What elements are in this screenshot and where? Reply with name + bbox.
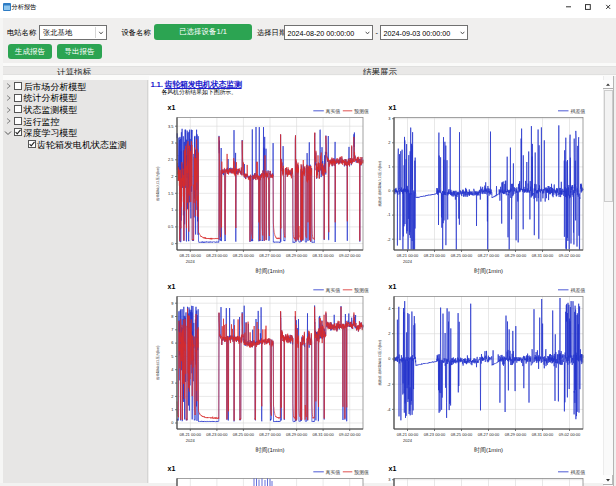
svg-text:08-25 00:00: 08-25 00:00: [233, 432, 255, 437]
svg-text:时间(1min): 时间(1min): [255, 268, 284, 275]
svg-text:08-23 00:00: 08-23 00:00: [206, 432, 228, 437]
svg-text:预测值: 预测值: [354, 108, 369, 115]
svg-text:2024: 2024: [403, 438, 413, 443]
svg-text:08-29 00:00: 08-29 00:00: [505, 253, 527, 258]
svg-text:09-02 00:00: 09-02 00:00: [559, 432, 581, 437]
svg-text:9: 9: [171, 301, 173, 306]
svg-text:4: 4: [171, 367, 174, 372]
svg-text:1.5: 1.5: [168, 191, 173, 196]
svg-text:08-21 00:00: 08-21 00:00: [397, 253, 419, 258]
svg-text:x1: x1: [168, 104, 176, 111]
svg-text:08-25 00:00: 08-25 00:00: [451, 253, 473, 258]
svg-text:2: 2: [171, 394, 173, 399]
svg-text:5: 5: [171, 354, 173, 359]
svg-text:2: 2: [171, 174, 173, 179]
svg-text:-4: -4: [387, 407, 391, 412]
svg-text:x1: x1: [168, 465, 176, 472]
svg-text:08-25 00:00: 08-25 00:00: [451, 432, 473, 437]
svg-text:时间(1min): 时间(1min): [474, 268, 503, 275]
svg-text:09-02 00:00: 09-02 00:00: [339, 432, 361, 437]
svg-text:3: 3: [388, 116, 390, 121]
svg-text:08-27 00:00: 08-27 00:00: [478, 432, 500, 437]
svg-text:1: 1: [388, 164, 390, 169]
svg-text:08-25 00:00: 08-25 00:00: [233, 253, 255, 258]
svg-text:残差值: 残差值: [571, 108, 586, 114]
svg-text:08-31 00:00: 08-31 00:00: [532, 253, 554, 258]
svg-text:0.5: 0.5: [168, 224, 173, 229]
svg-text:时间(1min): 时间(1min): [255, 447, 284, 454]
svg-text:2.5: 2.5: [168, 157, 173, 162]
svg-text:预测值: 预测值: [354, 469, 369, 476]
svg-text:3: 3: [171, 380, 173, 385]
svg-text:09-02 00:00: 09-02 00:00: [339, 253, 361, 258]
svg-text:真实值: 真实值: [326, 108, 341, 114]
svg-text:时间(1min): 时间(1min): [474, 447, 503, 454]
svg-text:08-21 00:00: 08-21 00:00: [180, 253, 202, 258]
svg-text:2024: 2024: [186, 438, 196, 443]
svg-text:08-27 00:00: 08-27 00:00: [259, 253, 281, 258]
svg-text:08-21 00:00: 08-21 00:00: [397, 432, 419, 437]
svg-text:2024: 2024: [186, 259, 196, 264]
svg-text:残差值-齿轮箱输出口压力(bar): 残差值-齿轮箱输出口压力(bar): [378, 340, 383, 386]
svg-text:08-31 00:00: 08-31 00:00: [532, 432, 554, 437]
svg-text:08-31 00:00: 08-31 00:00: [312, 253, 334, 258]
svg-text:x1: x1: [168, 283, 176, 290]
svg-text:齿轮箱输出口压力(bar): 齿轮箱输出口压力(bar): [155, 346, 160, 380]
svg-text:08-29 00:00: 08-29 00:00: [286, 432, 308, 437]
svg-text:真实值: 真实值: [326, 469, 341, 475]
svg-text:08-27 00:00: 08-27 00:00: [478, 253, 500, 258]
svg-text:x1: x1: [389, 283, 397, 290]
svg-text:预测值: 预测值: [354, 287, 369, 294]
svg-text:7: 7: [171, 327, 173, 332]
svg-text:0: 0: [388, 188, 391, 193]
svg-text:真实值: 真实值: [326, 287, 341, 293]
svg-text:09-02 00:00: 09-02 00:00: [559, 253, 581, 258]
svg-text:-2: -2: [387, 382, 390, 387]
svg-text:3.5: 3.5: [168, 124, 173, 129]
svg-text:8: 8: [171, 314, 173, 319]
svg-text:0: 0: [171, 420, 174, 425]
svg-text:0: 0: [388, 356, 391, 361]
svg-text:3: 3: [171, 140, 173, 145]
svg-text:齿轮箱输入口压力(bar): 齿轮箱输入口压力(bar): [155, 167, 160, 201]
svg-text:08-21 00:00: 08-21 00:00: [180, 432, 202, 437]
svg-text:6: 6: [171, 340, 173, 345]
svg-text:1: 1: [171, 407, 173, 412]
svg-text:残差值-齿轮箱输入口压力(bar): 残差值-齿轮箱输入口压力(bar): [378, 161, 383, 207]
svg-text:0: 0: [171, 241, 174, 246]
svg-text:残差值: 残差值: [571, 287, 586, 293]
svg-text:08-29 00:00: 08-29 00:00: [505, 432, 527, 437]
svg-text:1: 1: [171, 207, 173, 212]
svg-text:残差值: 残差值: [571, 469, 586, 475]
svg-text:08-27 00:00: 08-27 00:00: [259, 432, 281, 437]
svg-text:-1: -1: [387, 212, 390, 217]
svg-text:08-29 00:00: 08-29 00:00: [286, 253, 308, 258]
svg-text:x1: x1: [389, 465, 397, 472]
svg-text:08-23 00:00: 08-23 00:00: [424, 432, 446, 437]
svg-text:08-23 00:00: 08-23 00:00: [424, 253, 446, 258]
svg-text:08-31 00:00: 08-31 00:00: [312, 432, 334, 437]
svg-text:4: 4: [388, 306, 391, 311]
svg-text:x1: x1: [389, 104, 397, 111]
svg-text:2: 2: [388, 331, 390, 336]
svg-text:2: 2: [388, 140, 390, 145]
svg-text:-2: -2: [387, 237, 390, 242]
svg-text:2024: 2024: [403, 259, 413, 264]
svg-text:08-23 00:00: 08-23 00:00: [206, 253, 228, 258]
